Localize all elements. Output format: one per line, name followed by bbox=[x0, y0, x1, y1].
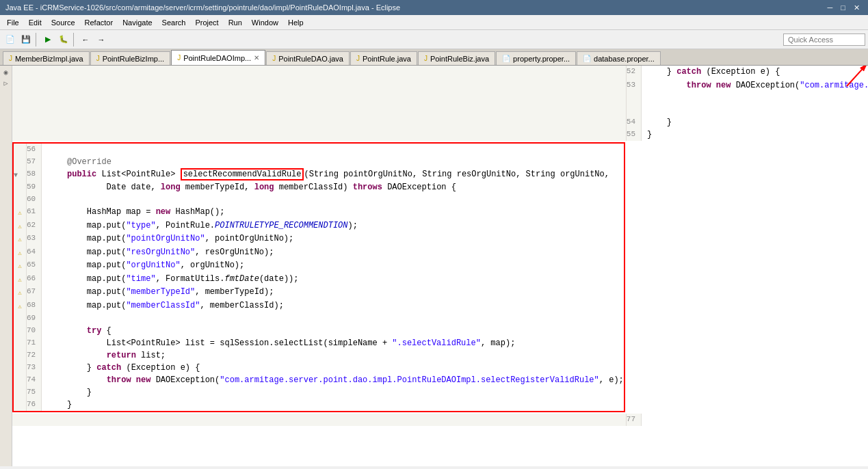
tab-label: PointRule.java bbox=[363, 55, 411, 63]
tab-close-icon[interactable]: ✕ bbox=[254, 54, 259, 62]
menu-help[interactable]: Help bbox=[284, 17, 308, 28]
tab-database[interactable]: 📄 database.proper... bbox=[577, 51, 661, 65]
line-58: ▼ 58 public List<PointRule> selectRecomm… bbox=[14, 168, 624, 182]
line-gutter-75 bbox=[14, 386, 27, 399]
line-content-77 bbox=[642, 414, 868, 426]
code-area: 52 } catch (Exception e) { 53 throw new … bbox=[12, 66, 868, 426]
menu-navigate[interactable]: Navigate bbox=[118, 17, 156, 28]
line-num-68: 68 bbox=[27, 299, 42, 313]
title-text: Java EE - iCRMService-1026/src/com/armit… bbox=[5, 3, 400, 12]
tab-bar: J MemberBizImpl.java J PointRuleBizImp..… bbox=[0, 49, 868, 66]
line-num-55: 55 bbox=[627, 129, 642, 141]
tab-pointruledao[interactable]: J PointRuleDAO.java bbox=[266, 51, 350, 65]
line-gutter-74 bbox=[14, 374, 27, 386]
minimize-btn[interactable]: ─ bbox=[825, 3, 836, 12]
title-bar: Java EE - iCRMService-1026/src/com/armit… bbox=[0, 0, 868, 15]
left-gutter: ◉ ▷ bbox=[0, 66, 12, 466]
tab-icon: 📄 bbox=[502, 55, 510, 62]
line-61: ⚠ 61 HashMap map = new HashMap(); bbox=[14, 206, 624, 219]
tab-memberbiz[interactable]: J MemberBizImpl.java bbox=[3, 51, 90, 65]
editor-container: ◉ ▷ 52 } catch (Exception e) { 53 throw … bbox=[0, 66, 868, 466]
tab-property[interactable]: 📄 property.proper... bbox=[496, 51, 576, 65]
menu-run[interactable]: Run bbox=[224, 17, 246, 28]
line-content-57: @Override bbox=[42, 156, 624, 168]
debug-btn[interactable]: 🐛 bbox=[56, 32, 71, 47]
tab-label: PointRuleDAOImp... bbox=[183, 54, 251, 62]
line-gutter-77 bbox=[12, 414, 627, 426]
menu-window[interactable]: Window bbox=[248, 17, 282, 28]
line-num-75: 75 bbox=[27, 386, 42, 399]
tab-icon: J bbox=[96, 55, 100, 62]
quick-access-input[interactable] bbox=[783, 34, 865, 46]
line-gutter-66: ⚠ bbox=[14, 273, 27, 286]
close-btn[interactable]: ✕ bbox=[851, 3, 863, 12]
line-71: 71 List<PointRule> list = sqlSession.sel… bbox=[14, 337, 624, 349]
menu-source[interactable]: Source bbox=[47, 17, 79, 28]
svg-line-1 bbox=[847, 66, 867, 86]
line-content-62: map.put("type", PointRule.POINTRULETYPE_… bbox=[42, 219, 624, 233]
editor[interactable]: 52 } catch (Exception e) { 53 throw new … bbox=[12, 66, 868, 466]
tab-pointrulebizjava[interactable]: J PointRuleBiz.java bbox=[418, 51, 495, 65]
line-num-73: 73 bbox=[27, 362, 42, 374]
line-content-67: map.put("memberTypeId", memberTypeId); bbox=[42, 286, 624, 299]
line-num-52: 52 bbox=[627, 66, 642, 79]
line-content-69 bbox=[42, 312, 624, 325]
line-76: 76 } bbox=[14, 399, 624, 411]
line-num-59: 59 bbox=[27, 181, 42, 193]
line-content-68: map.put("memberClassId", memberClassId); bbox=[42, 299, 624, 313]
tab-icon: J bbox=[9, 55, 12, 62]
back-btn[interactable]: ← bbox=[78, 32, 93, 47]
line-num-69: 69 bbox=[27, 312, 42, 325]
line-65: ⚠ 65 map.put("orgUnitNo", orgUnitNo); bbox=[14, 259, 624, 273]
menu-file[interactable]: File bbox=[3, 17, 23, 28]
tab-pointrule[interactable]: J PointRule.java bbox=[350, 51, 417, 65]
tab-pointrulebiz[interactable]: J PointRuleBizImp... bbox=[90, 51, 170, 65]
menu-bar: File Edit Source Refactor Navigate Searc… bbox=[0, 15, 868, 30]
maximize-btn[interactable]: □ bbox=[838, 3, 848, 12]
line-num-56: 56 bbox=[27, 144, 42, 156]
tab-icon: J bbox=[272, 55, 276, 62]
run-btn[interactable]: ▶ bbox=[40, 32, 55, 47]
line-52: 52 } catch (Exception e) { bbox=[12, 66, 868, 79]
line-72: 72 return list; bbox=[14, 349, 624, 362]
line-content-56 bbox=[42, 144, 624, 156]
line-content-55: } bbox=[642, 129, 868, 141]
tab-label: PointRuleBizImp... bbox=[103, 55, 164, 63]
line-gutter-55 bbox=[12, 129, 627, 141]
menu-search[interactable]: Search bbox=[158, 17, 190, 28]
line-gutter-70 bbox=[14, 325, 27, 337]
line-gutter-64: ⚠ bbox=[14, 246, 27, 260]
line-77: 77 bbox=[12, 414, 868, 426]
line-68: ⚠ 68 map.put("memberClassId", memberClas… bbox=[14, 299, 624, 313]
line-num-71: 71 bbox=[27, 337, 42, 349]
line-gutter-72 bbox=[14, 349, 27, 362]
save-btn[interactable]: 💾 bbox=[18, 32, 34, 47]
line-gutter-56 bbox=[14, 144, 27, 156]
line-gutter-63: ⚠ bbox=[14, 232, 27, 246]
tab-icon: J bbox=[424, 55, 428, 62]
new-btn[interactable]: 📄 bbox=[3, 32, 18, 47]
menu-edit[interactable]: Edit bbox=[25, 17, 46, 28]
tab-pointruledaoimpl[interactable]: J PointRuleDAOImp... ✕ bbox=[171, 50, 265, 65]
line-73: 73 } catch (Exception e) { bbox=[14, 362, 624, 374]
line-60: 60 bbox=[14, 193, 624, 206]
line-content-70: try { bbox=[42, 325, 624, 337]
line-gutter-61: ⚠ bbox=[14, 206, 27, 219]
line-54: 54 } bbox=[12, 116, 868, 129]
line-num-57: 57 bbox=[27, 156, 42, 168]
line-62: ⚠ 62 map.put("type", PointRule.POINTRULE… bbox=[14, 219, 624, 233]
line-74: 74 throw new DAOException("com.armitage.… bbox=[14, 374, 624, 386]
line-gutter-54 bbox=[12, 116, 627, 129]
line-75: 75 } bbox=[14, 386, 624, 399]
line-content-52: } catch (Exception e) { bbox=[642, 66, 868, 79]
line-content-63: map.put("pointOrgUnitNo", pointOrgUnitNo… bbox=[42, 232, 624, 246]
line-num-70: 70 bbox=[27, 325, 42, 337]
line-content-72: return list; bbox=[42, 349, 624, 362]
fwd-btn[interactable]: → bbox=[94, 32, 109, 47]
line-gutter-53 bbox=[12, 79, 627, 116]
menu-project[interactable]: Project bbox=[191, 17, 222, 28]
tab-icon: J bbox=[177, 54, 181, 62]
window-controls[interactable]: ─ □ ✕ bbox=[825, 3, 863, 12]
menu-refactor[interactable]: Refactor bbox=[81, 17, 118, 28]
line-num-62: 62 bbox=[27, 219, 42, 233]
